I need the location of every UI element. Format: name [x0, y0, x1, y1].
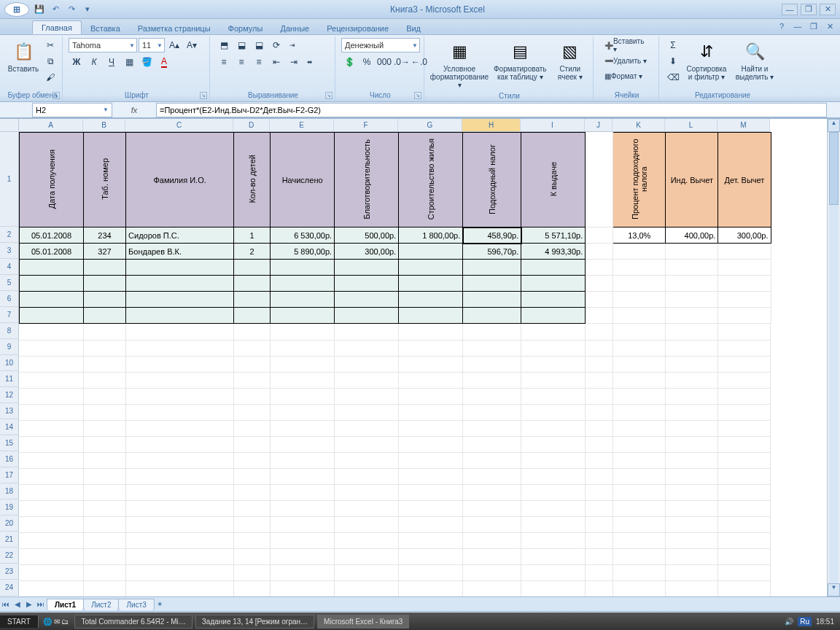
tab-insert[interactable]: Вставка — [82, 22, 129, 34]
cell[interactable] — [335, 564, 399, 580]
cell[interactable] — [126, 564, 234, 580]
number-format-combo[interactable]: Денежный▼ — [341, 38, 420, 52]
cell[interactable] — [586, 548, 613, 564]
cell[interactable] — [335, 452, 399, 468]
cell[interactable] — [666, 564, 718, 580]
cell[interactable] — [271, 564, 335, 580]
cell[interactable] — [271, 356, 335, 372]
cell[interactable]: Благотворительность — [335, 133, 399, 228]
cell[interactable] — [521, 372, 586, 388]
cell[interactable]: Фамилия И.О. — [126, 133, 234, 228]
cell[interactable]: 05.01.2008 — [20, 228, 84, 244]
cell[interactable] — [84, 388, 126, 404]
cell[interactable] — [521, 420, 586, 436]
cell[interactable] — [399, 260, 463, 276]
cell[interactable] — [20, 468, 84, 484]
tray-icon[interactable]: 🔊 — [785, 618, 793, 626]
cell[interactable] — [84, 548, 126, 564]
cell[interactable] — [613, 276, 666, 292]
cell[interactable] — [521, 548, 586, 564]
increase-indent-button[interactable]: ⇥ — [286, 55, 302, 69]
cell[interactable] — [84, 564, 126, 580]
align-bottom-button[interactable]: ⬓ — [251, 38, 267, 52]
close-button[interactable]: ✕ — [820, 4, 836, 15]
cell-styles-button[interactable]: ▧ Стили ячеек ▾ — [552, 38, 588, 83]
col-header[interactable]: J — [585, 119, 612, 132]
cell[interactable] — [126, 516, 234, 532]
cell[interactable] — [234, 292, 271, 308]
mdi-close-icon[interactable]: ✕ — [824, 20, 836, 32]
cell[interactable]: 234 — [84, 228, 126, 244]
cell[interactable] — [335, 580, 399, 596]
cell[interactable] — [399, 452, 463, 468]
cell[interactable] — [463, 484, 521, 500]
tab-review[interactable]: Рецензирование — [318, 22, 397, 34]
sheet-nav-prev[interactable]: ◀ — [12, 599, 23, 610]
cell[interactable] — [399, 484, 463, 500]
cell[interactable] — [718, 260, 771, 276]
cell[interactable] — [586, 500, 613, 516]
cell[interactable] — [399, 532, 463, 548]
format-as-table-button[interactable]: ▤ Форматировать как таблицу ▾ — [491, 38, 549, 83]
cell[interactable] — [84, 580, 126, 596]
conditional-formatting-button[interactable]: ▦ Условное форматирование ▾ — [430, 38, 489, 91]
insert-cells-button[interactable]: ➕ Вставить ▾ — [599, 38, 654, 52]
increase-decimal-button[interactable]: .0→ — [394, 55, 410, 69]
cell[interactable] — [613, 308, 666, 324]
cell[interactable] — [463, 308, 521, 324]
cell[interactable] — [126, 340, 234, 356]
cell[interactable] — [20, 484, 84, 500]
cell[interactable] — [335, 388, 399, 404]
cell[interactable] — [20, 372, 84, 388]
cell[interactable] — [234, 548, 271, 564]
cell[interactable]: 6 530,00р. — [271, 228, 335, 244]
cell[interactable] — [20, 340, 84, 356]
scroll-up-button[interactable]: ▲ — [828, 119, 840, 132]
row-header[interactable]: 5 — [0, 275, 19, 291]
sheet-nav-next[interactable]: ▶ — [23, 599, 35, 610]
row-header[interactable]: 12 — [0, 387, 19, 403]
cell[interactable] — [613, 244, 666, 260]
cell[interactable]: Дата получения — [20, 133, 84, 228]
cell[interactable] — [521, 260, 586, 276]
cell[interactable] — [335, 516, 399, 532]
cell[interactable] — [666, 372, 718, 388]
cell[interactable] — [234, 500, 271, 516]
comma-button[interactable]: 000 — [376, 55, 392, 69]
cell[interactable] — [718, 516, 771, 532]
row-header[interactable]: 20 — [0, 516, 19, 532]
cell[interactable] — [666, 244, 718, 260]
cell[interactable] — [399, 356, 463, 372]
cell[interactable] — [586, 276, 613, 292]
cell[interactable] — [271, 484, 335, 500]
cell[interactable] — [666, 516, 718, 532]
cell[interactable] — [399, 308, 463, 324]
cell[interactable] — [586, 404, 613, 420]
cell[interactable] — [586, 324, 613, 340]
cell[interactable] — [666, 292, 718, 308]
cell[interactable] — [463, 580, 521, 596]
row-header[interactable]: 9 — [0, 339, 19, 355]
cell[interactable] — [666, 468, 718, 484]
cell[interactable] — [84, 340, 126, 356]
sheet-nav-last[interactable]: ⏭ — [35, 599, 47, 610]
row-header[interactable]: 24 — [0, 580, 19, 596]
cell[interactable]: К выдаче — [521, 133, 586, 228]
cell[interactable] — [399, 324, 463, 340]
cell[interactable] — [718, 436, 771, 452]
cell[interactable] — [613, 356, 666, 372]
cell[interactable] — [399, 276, 463, 292]
col-header[interactable]: G — [398, 119, 462, 132]
col-header[interactable]: L — [665, 119, 718, 132]
cell[interactable] — [586, 436, 613, 452]
row-header[interactable]: 1 — [0, 132, 19, 227]
cell[interactable] — [84, 468, 126, 484]
cell[interactable] — [399, 404, 463, 420]
cell[interactable] — [463, 548, 521, 564]
copy-button[interactable]: ⧉ — [42, 54, 58, 69]
cell[interactable] — [586, 532, 613, 548]
cell[interactable] — [20, 500, 84, 516]
cell[interactable] — [666, 420, 718, 436]
cell[interactable] — [521, 308, 586, 324]
cell-selected[interactable]: 458,90р. — [463, 228, 521, 244]
